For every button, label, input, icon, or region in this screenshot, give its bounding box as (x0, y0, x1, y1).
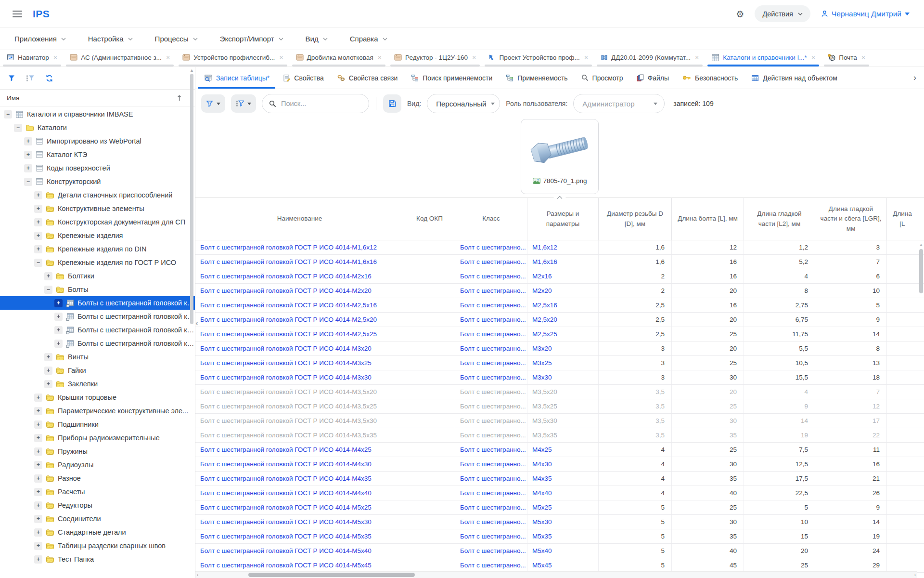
cell-name[interactable]: Болт с шестигранной головкой ГОСТ Р ИСО … (195, 486, 404, 500)
document-tab[interactable]: АС (Административное з...✕ (65, 50, 175, 66)
cell-class[interactable]: Болт с шестигранно... (455, 313, 527, 327)
tree-item[interactable]: +Соединители (0, 512, 195, 525)
cell-name[interactable]: Болт с шестигранной головкой ГОСТ Р ИСО … (195, 385, 404, 399)
menu-item-Справка[interactable]: Справка (350, 35, 387, 43)
actions-button[interactable]: Действия (755, 5, 810, 22)
collapse-icon[interactable]: − (44, 286, 52, 294)
tree-item[interactable]: +Крышки торцовые (0, 391, 195, 404)
cell-size[interactable]: M1,6x12 (527, 240, 599, 254)
cell-size[interactable]: M2x16 (527, 269, 599, 283)
cell-class[interactable]: Болт с шестигранно... (455, 284, 527, 298)
object-tab[interactable]: Свойства (277, 67, 329, 89)
cell-name[interactable]: Болт с шестигранной головкой ГОСТ Р ИСО … (195, 529, 404, 543)
tree-item[interactable]: +Болты с шестигранной головкой кл... (0, 310, 195, 323)
user-menu[interactable]: Чернавчиц Дмитрий (821, 10, 910, 18)
tree-item[interactable]: +Болтики (0, 269, 195, 283)
cell-name[interactable]: Болт с шестигранной головкой ГОСТ Р ИСО … (195, 558, 404, 572)
column-header[interactable]: Длина гладкой части и сбега [LGR], мм (815, 198, 887, 240)
table-row[interactable]: Болт с шестигранной головкой ГОСТ Р ИСО … (195, 399, 924, 414)
expand-icon[interactable]: + (44, 353, 52, 361)
tree-item[interactable]: +Заклепки (0, 377, 195, 391)
cell-name[interactable]: Болт с шестигранной головкой ГОСТ Р ИСО … (195, 472, 404, 486)
close-icon[interactable]: ✕ (811, 55, 815, 60)
sort-ascending-icon[interactable] (177, 95, 181, 101)
table-row[interactable]: Болт с шестигранной головкой ГОСТ Р ИСО … (195, 370, 924, 385)
cell-name[interactable]: Болт с шестигранной головкой ГОСТ Р ИСО … (195, 356, 404, 370)
cell-size[interactable]: M3,5x20 (527, 385, 599, 399)
cell-size[interactable]: M1,6x16 (527, 255, 599, 269)
expand-icon[interactable]: + (24, 137, 32, 145)
cell-class[interactable]: Болт с шестигранно... (455, 515, 527, 529)
column-header[interactable]: Размеры и параметры (527, 198, 599, 240)
cell-name[interactable]: Болт с шестигранной головкой ГОСТ Р ИСО … (195, 240, 404, 254)
cell-name[interactable]: Болт с шестигранной головкой ГОСТ Р ИСО … (195, 298, 404, 312)
close-icon[interactable]: ✕ (279, 55, 283, 60)
cell-name[interactable]: Болт с шестигранной головкой ГОСТ Р ИСО … (195, 428, 404, 442)
cell-size[interactable]: M4x35 (527, 472, 599, 486)
document-tab[interactable]: Каталоги и справочники I...*✕ (706, 50, 820, 66)
cell-name[interactable]: Болт с шестигранной головкой ГОСТ Р ИСО … (195, 544, 404, 558)
collapse-icon[interactable]: − (24, 178, 32, 186)
tree-item[interactable]: +Подшипники (0, 418, 195, 431)
tree-item[interactable]: +Крепежные изделия (0, 229, 195, 242)
document-tab[interactable]: Проект Устройство проф...✕ (484, 50, 593, 66)
column-header[interactable]: Наименование (195, 198, 404, 240)
expand-icon[interactable]: + (34, 488, 42, 496)
tree-item[interactable]: +Пружины (0, 445, 195, 458)
gear-icon[interactable]: ⚙ (736, 9, 744, 19)
cell-class[interactable]: Болт с шестигранно... (455, 443, 527, 457)
collapse-icon[interactable]: − (4, 110, 12, 118)
tree-item[interactable]: +Стандартные детали (0, 525, 195, 539)
tree-item[interactable]: +Радиоузлы (0, 458, 195, 472)
cell-size[interactable]: M3x25 (527, 356, 599, 370)
cell-size[interactable]: M3x20 (527, 342, 599, 355)
tree-item[interactable]: +Параметрические конструктивные эле... (0, 404, 195, 418)
close-icon[interactable]: ✕ (53, 55, 57, 60)
table-row[interactable]: Болт с шестигранной головкой ГОСТ Р ИСО … (195, 486, 924, 500)
document-tab[interactable]: Редуктор - 1Ц2У-160✕ (389, 50, 481, 66)
column-header[interactable]: Длина болта [L], мм (672, 198, 744, 240)
cell-class[interactable]: Болт с шестигранно... (455, 472, 527, 486)
document-tab[interactable]: Навигатор✕ (2, 50, 62, 66)
object-tab[interactable]: Свойства связи (332, 67, 403, 89)
cell-name[interactable]: Болт с шестигранной головкой ГОСТ Р ИСО … (195, 313, 404, 327)
tree-item[interactable]: +Болты с шестигранной головкой кл... (0, 337, 195, 350)
scroll-up-arrow-icon[interactable]: ▲ (919, 242, 924, 247)
collapse-icon[interactable]: − (14, 124, 22, 132)
role-select[interactable]: Администратор (573, 94, 665, 113)
panel-collapse-handle[interactable]: ‹ (195, 318, 198, 328)
cell-size[interactable]: M5x40 (527, 544, 599, 558)
table-row[interactable]: Болт с шестигранной головкой ГОСТ Р ИСО … (195, 298, 924, 313)
cell-class[interactable]: Болт с шестигранно... (455, 558, 527, 572)
table-row[interactable]: Болт с шестигранной головкой ГОСТ Р ИСО … (195, 472, 924, 486)
column-header[interactable]: Диаметр резьбы D [D], мм (599, 198, 672, 240)
cell-name[interactable]: Болт с шестигранной головкой ГОСТ Р ИСО … (195, 399, 404, 413)
collapse-icon[interactable]: − (34, 259, 42, 267)
column-header[interactable]: Длина гладкой части [L2], мм (744, 198, 815, 240)
table-row[interactable]: Болт с шестигранной головкой ГОСТ Р ИСО … (195, 255, 924, 269)
expand-icon[interactable]: + (34, 245, 42, 253)
scroll-left-arrow-icon[interactable]: ‹ (197, 572, 198, 578)
cell-size[interactable]: M5x30 (527, 515, 599, 529)
expand-icon[interactable]: + (34, 461, 42, 469)
scroll-up-arrow-icon[interactable]: ▲ (190, 68, 194, 73)
tree-item[interactable]: +Болты с шестигранной головкой кл... (0, 296, 195, 310)
table-row[interactable]: Болт с шестигранной головкой ГОСТ Р ИСО … (195, 544, 924, 558)
expand-icon[interactable]: + (44, 272, 52, 280)
table-row[interactable]: Болт с шестигранной головкой ГОСТ Р ИСО … (195, 342, 924, 356)
tree-scrollbar-thumb[interactable] (190, 74, 193, 324)
filter-button[interactable] (201, 94, 225, 113)
cell-name[interactable]: Болт с шестигранной головкой ГОСТ Р ИСО … (195, 515, 404, 529)
cell-class[interactable]: Болт с шестигранно... (455, 457, 527, 471)
object-tab[interactable]: Поиск применяемости (405, 67, 498, 89)
expand-icon[interactable]: + (34, 434, 42, 442)
expand-icon[interactable]: + (24, 164, 32, 172)
object-tab[interactable]: Действия над объектом (745, 67, 843, 89)
document-tab[interactable]: @Почта✕ (823, 50, 870, 66)
refresh-icon[interactable] (45, 74, 53, 82)
tree-item[interactable]: −Болты (0, 283, 195, 296)
tree-item[interactable]: +Конструкторская документация для СП (0, 215, 195, 229)
cell-size[interactable]: M4x30 (527, 457, 599, 471)
table-hscrollbar-thumb[interactable] (248, 573, 415, 577)
table-row[interactable]: Болт с шестигранной головкой ГОСТ Р ИСО … (195, 313, 924, 327)
